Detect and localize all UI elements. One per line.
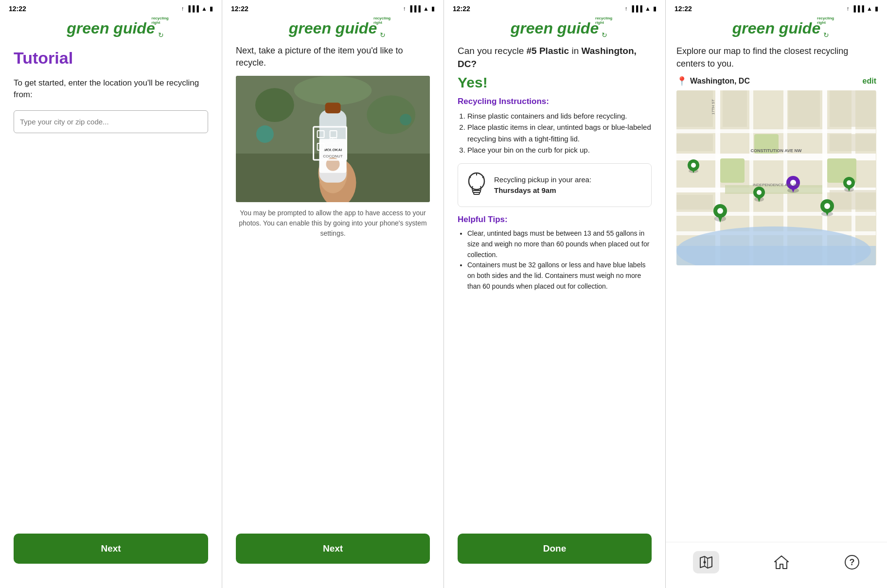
screen-results: 12:22 ↑ ▐▐▐ ▲ ▮ green guide recyclingrig… xyxy=(444,0,665,588)
logo-text-1: green guide xyxy=(67,19,155,37)
recycle-question: Can you recycle #5 Plastic in Washington… xyxy=(458,45,652,70)
time-4: 12:22 xyxy=(674,5,692,13)
screen-camera: 12:22 ↑ ▐▐▐ ▲ ▮ green guide recyclingrig… xyxy=(222,0,444,588)
screen-tutorial: 12:22 ↑ ▐▐▐ ▲ ▮ green guide recyclingrig… xyxy=(0,0,222,588)
map-container[interactable]: CONSTITUTION AVE NW INDEPENDENCE AVE SW … xyxy=(676,90,876,265)
logo-area-3: green guide recyclingright ↻ xyxy=(444,16,665,40)
status-bar-1: 12:22 ↑ ▐▐▐ ▲ ▮ xyxy=(0,0,222,16)
tutorial-title: Tutorial xyxy=(14,49,208,68)
logo-circle-2: ↻ xyxy=(380,31,386,39)
wifi-icon-3: ▲ xyxy=(645,5,651,12)
signal-icon-2: ▐▐▐ xyxy=(408,5,421,12)
time-2: 12:22 xyxy=(231,5,248,13)
home-nav-icon xyxy=(773,554,790,571)
photo-bg-svg: MOLOKAI COCONUT ANTI OXIDANT COCONUT CON… xyxy=(236,76,430,202)
home-nav-item[interactable] xyxy=(773,554,790,571)
screen2-desc: Next, take a picture of the item you'd l… xyxy=(236,45,430,69)
svg-point-5 xyxy=(256,125,274,143)
svg-text:INDEPENDENCE AVE SW: INDEPENDENCE AVE SW xyxy=(753,183,799,187)
svg-text:17TH ST: 17TH ST xyxy=(711,99,715,115)
svg-rect-40 xyxy=(720,158,745,183)
svg-text:COCONUT: COCONUT xyxy=(324,146,342,149)
screen-map: 12:22 ↑ ▐▐▐ ▲ ▮ green guide recyclingrig… xyxy=(665,0,887,588)
pickup-box: Recycling pickup in your area: Thursdays… xyxy=(458,163,652,207)
svg-rect-51 xyxy=(830,134,876,151)
arrow-icon-2: ↑ xyxy=(403,5,406,12)
logo-area-2: green guide recyclingright ↻ xyxy=(222,16,444,40)
battery-icon-2: ▮ xyxy=(431,5,435,12)
svg-rect-53 xyxy=(676,195,713,209)
battery-icon-4: ▮ xyxy=(875,5,878,12)
screen1-desc: To get started, enter the location you'l… xyxy=(14,77,208,101)
logo-area-1: green guide recyclingright ↻ xyxy=(0,16,222,40)
wifi-icon-2: ▲ xyxy=(423,5,429,12)
logo-circle-4: ↻ xyxy=(823,31,829,39)
pickup-value: Thursdays at 9am xyxy=(494,186,556,194)
svg-text:ANTI: ANTI xyxy=(329,137,337,140)
battery-icon-1: ▮ xyxy=(210,5,213,12)
next-button-2[interactable]: Next xyxy=(236,534,430,564)
screen1-content: Tutorial To get started, enter the locat… xyxy=(0,40,222,534)
svg-text:OXIDANT: OXIDANT xyxy=(325,141,341,145)
logo-circle-3: ↻ xyxy=(602,31,607,39)
svg-point-1 xyxy=(255,88,294,122)
tip-1: Clear, untinted bags must be between 13 … xyxy=(467,228,652,260)
map-nav-item[interactable] xyxy=(693,551,719,573)
svg-point-73 xyxy=(847,180,852,185)
svg-rect-32 xyxy=(676,212,876,216)
signal-icon-1: ▐▐▐ xyxy=(187,5,199,12)
wifi-icon-4: ▲ xyxy=(867,5,872,12)
question-bold-1: #5 Plastic xyxy=(527,46,569,56)
svg-rect-50 xyxy=(830,90,876,127)
logo-sub-1: recyclingright xyxy=(152,17,169,25)
pickup-text: Recycling pickup in your area: Thursdays… xyxy=(494,174,591,196)
svg-rect-34 xyxy=(676,129,876,133)
status-bar-3: 12:22 ↑ ▐▐▐ ▲ ▮ xyxy=(444,0,665,16)
svg-point-6 xyxy=(400,114,411,126)
instruction-3: Place your bin on the curb for pick up. xyxy=(467,144,652,156)
svg-point-57 xyxy=(717,208,723,214)
svg-rect-52 xyxy=(830,190,876,209)
status-icons-3: ↑ ▐▐▐ ▲ ▮ xyxy=(625,5,656,12)
logo-text-3: green guide xyxy=(511,19,599,37)
pickup-label: Recycling pickup in your area: xyxy=(494,175,591,184)
question-plain-1: Can you recycle xyxy=(458,46,527,56)
photo-placeholder: MOLOKAI COCONUT ANTI OXIDANT COCONUT CON… xyxy=(236,76,430,202)
logo-text-4: green guide xyxy=(732,19,820,37)
location-bar: 📍 Washington, DC edit xyxy=(676,76,876,86)
screen2-content: Next, take a picture of the item you'd l… xyxy=(222,40,444,534)
logo-container-2: green guide recyclingright ↻ xyxy=(289,20,377,36)
pin-icon: 📍 xyxy=(676,76,687,86)
photo-container: MOLOKAI COCONUT ANTI OXIDANT COCONUT CON… xyxy=(236,76,430,202)
logo-sub-2: recyclingright xyxy=(373,17,390,25)
question-plain-2: in xyxy=(569,46,581,56)
instructions-title: Recycling Instructions: xyxy=(458,97,652,106)
logo-container-4: green guide recyclingright ↻ xyxy=(732,20,820,36)
logo-area-4: green guide recyclingright ↻ xyxy=(666,16,887,40)
photo-caption: You may be prompted to allow the app to … xyxy=(236,208,430,239)
instruction-1: Rinse plastic containers and lids before… xyxy=(467,110,652,121)
svg-point-23 xyxy=(469,173,484,190)
next-button-1[interactable]: Next xyxy=(14,534,208,564)
logo-container-3: green guide recyclingright ↻ xyxy=(511,20,599,36)
svg-point-3 xyxy=(294,76,372,105)
explore-text: Explore our map to find the closest recy… xyxy=(676,45,876,70)
edit-location-button[interactable]: edit xyxy=(863,77,876,86)
signal-icon-3: ▐▐▐ xyxy=(630,5,643,12)
location-label: 📍 Washington, DC xyxy=(676,76,750,86)
map-nav-icon xyxy=(698,554,714,571)
time-3: 12:22 xyxy=(453,5,470,13)
svg-text:CONSTITUTION AVE NW: CONSTITUTION AVE NW xyxy=(751,148,802,153)
tip-2: Containers must be 32 gallons or less an… xyxy=(467,260,652,292)
helpful-title: Helpful Tips: xyxy=(458,215,652,225)
arrow-icon-1: ↑ xyxy=(181,5,184,12)
screen4-content: Explore our map to find the closest recy… xyxy=(666,40,887,542)
status-icons-2: ↑ ▐▐▐ ▲ ▮ xyxy=(403,5,435,12)
location-input[interactable] xyxy=(14,110,208,133)
btn-area-3: Done xyxy=(444,534,665,588)
svg-text:CONFUSION: CONFUSION xyxy=(323,150,343,154)
help-nav-item[interactable]: ? xyxy=(844,554,860,571)
done-button[interactable]: Done xyxy=(458,534,652,564)
status-icons-1: ↑ ▐▐▐ ▲ ▮ xyxy=(181,5,213,12)
logo-sub-4: recyclingright xyxy=(817,17,834,25)
